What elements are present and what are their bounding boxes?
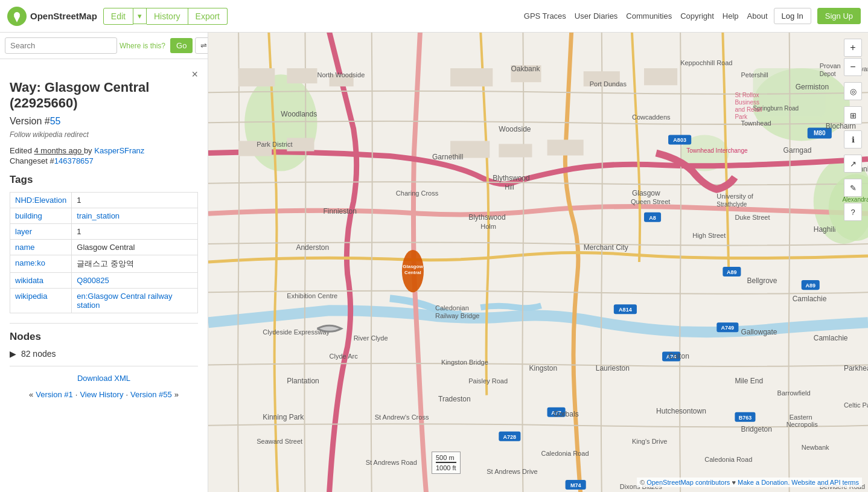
divider-1 — [10, 323, 198, 324]
svg-text:Keppochhill Road: Keppochhill Road — [680, 59, 732, 66]
svg-text:Central: Central — [404, 270, 421, 275]
download-xml-link[interactable]: Download XML — [10, 374, 198, 383]
svg-text:Camlachie: Camlachie — [814, 334, 848, 342]
scale-500m: 500 m — [436, 454, 456, 463]
main-area: Where is this? Go ⇌ × Way: Glasgow Centr… — [0, 33, 868, 492]
svg-text:Kingston: Kingston — [529, 364, 557, 372]
svg-text:A728: A728 — [503, 434, 517, 440]
map-background: M80 A8 A803 A814 A89 A89 A74 — [208, 33, 868, 492]
query-button[interactable]: ? — [844, 203, 862, 221]
nav-user-diaries[interactable]: User Diaries — [575, 11, 618, 21]
nav-communities[interactable]: Communities — [626, 11, 672, 21]
nodes-toggle[interactable]: ▶ — [10, 349, 16, 359]
svg-text:Necropolis: Necropolis — [787, 421, 819, 428]
heart-icon: ♥ — [732, 479, 738, 486]
search-input[interactable] — [5, 37, 117, 54]
svg-text:Parkhead: Parkhead — [844, 364, 868, 372]
svg-text:Newbank: Newbank — [802, 444, 829, 451]
view-history-link[interactable]: View History — [80, 390, 123, 399]
locate-button[interactable]: ◎ — [844, 82, 862, 100]
donation-link[interactable]: Make a Donation. — [738, 479, 790, 486]
info-button[interactable]: ℹ — [844, 130, 862, 149]
nav-gps-traces[interactable]: GPS Traces — [524, 11, 566, 21]
svg-text:Exhibition Centre: Exhibition Centre — [287, 292, 337, 299]
version-line: Version #55 — [10, 116, 198, 127]
nav-next-icon: » — [174, 390, 179, 399]
edited-line: Edited 4 months ago by KasperSFranz — [10, 146, 198, 155]
edit-button[interactable]: Edit — [103, 8, 133, 25]
go-button[interactable]: Go — [170, 38, 193, 53]
editor-link[interactable]: KasperSFranz — [94, 146, 144, 155]
login-button[interactable]: Log In — [774, 8, 811, 24]
svg-text:Garnethill: Garnethill — [432, 153, 463, 161]
svg-text:B763: B763 — [739, 415, 752, 421]
svg-text:Finnieston: Finnieston — [324, 207, 357, 216]
svg-text:A814: A814 — [619, 307, 632, 313]
map-container[interactable]: M80 A8 A803 A814 A89 A89 A74 — [208, 33, 868, 492]
svg-text:High Street: High Street — [692, 232, 726, 239]
note-button[interactable]: ✎ — [844, 179, 862, 197]
svg-text:Depot: Depot — [820, 71, 836, 77]
svg-rect-14 — [644, 68, 677, 85]
tag-value[interactable]: train_station — [72, 208, 198, 224]
svg-text:Celtic Park: Celtic Park — [844, 401, 868, 409]
where-is-this-link[interactable]: Where is this? — [120, 42, 165, 50]
svg-text:Railway Bridge: Railway Bridge — [435, 312, 479, 319]
svg-text:Gorbals: Gorbals — [554, 410, 579, 418]
directions-icon: ⇌ — [200, 41, 207, 50]
close-button[interactable]: × — [191, 69, 198, 80]
tag-key: NHD:Elevation — [10, 193, 72, 208]
logo[interactable]: OpenStreetMap — [7, 7, 97, 26]
scale-bar: 500 m 1000 ft — [432, 452, 461, 474]
tag-key: name — [10, 240, 72, 255]
osm-attribution-link[interactable]: OpenStreetMap contributors — [646, 479, 730, 486]
svg-text:Park: Park — [735, 113, 748, 120]
signup-button[interactable]: Sign Up — [817, 8, 861, 24]
svg-text:Merchant City: Merchant City — [584, 243, 628, 252]
svg-text:Barrowfield: Barrowfield — [777, 389, 811, 397]
changeset-link[interactable]: 146378657 — [54, 156, 94, 165]
version-prefix: Version # — [10, 116, 50, 126]
edited-time: 4 months ago — [34, 146, 84, 155]
svg-text:North Woodside: North Woodside — [317, 71, 365, 78]
zoom-out-button[interactable]: − — [844, 58, 862, 76]
website-terms-link[interactable]: Website and API terms — [791, 479, 859, 486]
tag-value[interactable]: en:Glasgow Central railway station — [72, 289, 198, 313]
svg-text:A8: A8 — [649, 215, 656, 221]
nodes-count: 82 nodes — [21, 349, 56, 359]
export-button[interactable]: Export — [188, 8, 228, 25]
svg-text:Townhead: Townhead — [741, 120, 771, 127]
svg-text:St Rollox: St Rollox — [735, 92, 759, 98]
history-button[interactable]: History — [147, 8, 188, 25]
svg-text:Holm: Holm — [480, 223, 496, 230]
svg-text:M80: M80 — [814, 130, 826, 136]
layers-button[interactable]: ⊞ — [844, 106, 862, 124]
svg-text:University of: University of — [716, 193, 754, 200]
svg-text:Glasgow: Glasgow — [632, 189, 660, 197]
nav-help[interactable]: Help — [723, 11, 739, 21]
directions-button[interactable]: ⇌ — [195, 37, 208, 54]
svg-text:Eastern: Eastern — [790, 414, 812, 421]
version-link[interactable]: 55 — [50, 116, 61, 126]
nodes-section: Nodes ▶ 82 nodes — [10, 331, 198, 359]
svg-text:Cowcaddens: Cowcaddens — [632, 113, 671, 121]
version-first-link[interactable]: Version #1 — [36, 390, 72, 399]
nav-prev-icon: « — [29, 390, 33, 399]
tag-key: wikipedia — [10, 289, 72, 313]
edit-dropdown-button[interactable]: ▾ — [133, 8, 147, 24]
map-controls: + − ◎ ⊞ ℹ ↗ ✎ ? — [844, 39, 862, 221]
tag-value[interactable]: Q800825 — [72, 273, 198, 289]
svg-rect-11 — [450, 68, 493, 86]
svg-text:Strathclyde: Strathclyde — [716, 201, 747, 208]
tag-key[interactable]: building — [10, 208, 72, 224]
tag-key: name:ko — [10, 255, 72, 273]
logo-text: OpenStreetMap — [30, 11, 97, 21]
share-button[interactable]: ↗ — [844, 155, 862, 173]
version-current-link[interactable]: Version #55 — [130, 390, 172, 399]
nav-copyright[interactable]: Copyright — [680, 11, 714, 21]
svg-text:Woodside: Woodside — [499, 125, 531, 133]
nav-about[interactable]: About — [747, 11, 768, 21]
svg-text:St Andrews Drive: St Andrews Drive — [487, 468, 537, 475]
header-nav: GPS Traces User Diaries Communities Copy… — [524, 11, 768, 21]
zoom-in-button[interactable]: + — [844, 39, 862, 57]
